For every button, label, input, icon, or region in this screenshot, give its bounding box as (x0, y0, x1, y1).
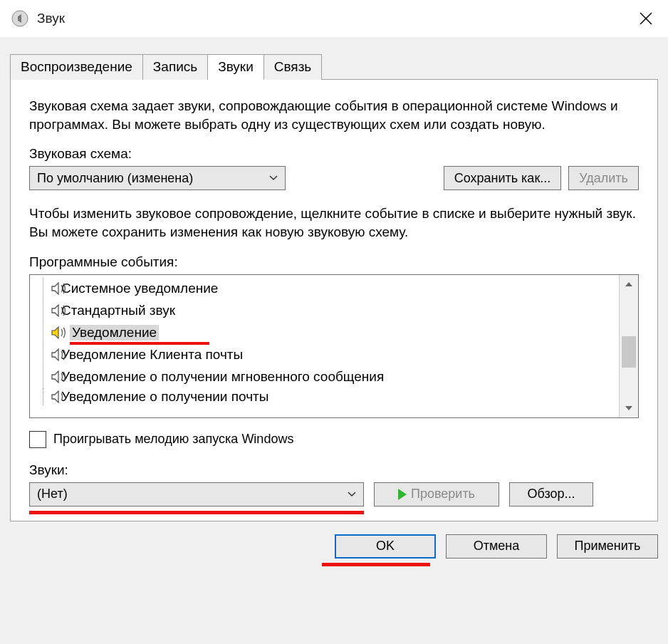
event-label: Уведомление о получении почты (61, 389, 268, 405)
event-item[interactable]: Системное уведомление (30, 278, 619, 300)
event-label: Уведомление Клиента почты (61, 347, 243, 363)
sound-icon (11, 10, 28, 27)
chevron-down-icon (348, 492, 356, 497)
test-button: Проверить (374, 482, 499, 507)
scroll-up-button[interactable] (620, 275, 638, 294)
speaker-active-icon (51, 326, 67, 339)
tab-playback[interactable]: Воспроизведение (10, 54, 143, 80)
scheme-description: Звуковая схема задает звуки, сопровождаю… (29, 97, 639, 133)
annotation-underline (322, 563, 430, 566)
test-label: Проверить (411, 487, 475, 502)
tab-recording[interactable]: Запись (143, 54, 208, 80)
save-as-button[interactable]: Сохранить как... (444, 166, 562, 190)
tab-strip: Воспроизведение Запись Звуки Связь (10, 54, 658, 80)
sound-value: (Нет) (37, 487, 68, 502)
event-item[interactable]: Уведомление о получении почты (30, 388, 619, 405)
scheme-combobox[interactable]: По умолчанию (изменена) (29, 166, 286, 190)
speaker-icon (51, 348, 67, 361)
event-label: Стандартный звук (61, 303, 175, 318)
event-item[interactable]: Стандартный звук (30, 300, 619, 322)
startup-sound-checkbox[interactable] (29, 431, 46, 448)
vertical-scrollbar[interactable] (619, 275, 638, 417)
event-item-selected[interactable]: Уведомление (30, 322, 619, 344)
chevron-down-icon (269, 175, 278, 181)
scheme-value: По умолчанию (изменена) (37, 171, 193, 186)
event-item[interactable]: Уведомление Клиента почты (30, 344, 619, 366)
close-button[interactable] (630, 2, 662, 35)
event-label: Системное уведомление (61, 281, 218, 296)
sound-dialog: Звук Воспроизведение Запись Звуки Связь … (0, 0, 668, 644)
speaker-icon (51, 370, 67, 383)
startup-sound-label: Проигрывать мелодию запуска Windows (53, 432, 293, 447)
ok-button[interactable]: OK (335, 534, 436, 559)
tab-panel-sounds: Звуковая схема задает звуки, сопровождаю… (10, 80, 658, 521)
browse-button[interactable]: Обзор... (509, 482, 593, 507)
scheme-label: Звуковая схема: (29, 146, 639, 162)
apply-button[interactable]: Применить (557, 534, 658, 559)
events-listbox[interactable]: Системное уведомление Стандартный звук У… (29, 274, 639, 418)
speaker-icon (51, 390, 67, 403)
tab-communications[interactable]: Связь (264, 54, 323, 80)
speaker-icon (51, 304, 67, 317)
event-label: Уведомление (70, 325, 159, 341)
tab-sounds[interactable]: Звуки (208, 54, 264, 80)
title-bar: Звук (0, 0, 668, 37)
event-label: Уведомление о получении мгновенного сооб… (61, 369, 384, 385)
speaker-icon (51, 282, 67, 295)
window-title: Звук (37, 11, 65, 26)
scroll-track[interactable] (620, 294, 638, 399)
scroll-thumb[interactable] (622, 336, 636, 368)
event-item[interactable]: Уведомление о получении мгновенного сооб… (30, 366, 619, 388)
sound-combobox[interactable]: (Нет) (29, 482, 364, 507)
sounds-label: Звуки: (29, 462, 639, 478)
annotation-underline (29, 511, 364, 514)
delete-button: Удалить (568, 166, 639, 190)
events-label: Программные события: (29, 254, 639, 270)
events-help: Чтобы изменить звуковое сопровождение, щ… (29, 204, 639, 241)
cancel-button[interactable]: Отмена (446, 534, 547, 559)
play-icon (398, 489, 407, 500)
dialog-footer: OK Отмена Применить (0, 521, 668, 559)
scroll-down-button[interactable] (620, 399, 638, 417)
